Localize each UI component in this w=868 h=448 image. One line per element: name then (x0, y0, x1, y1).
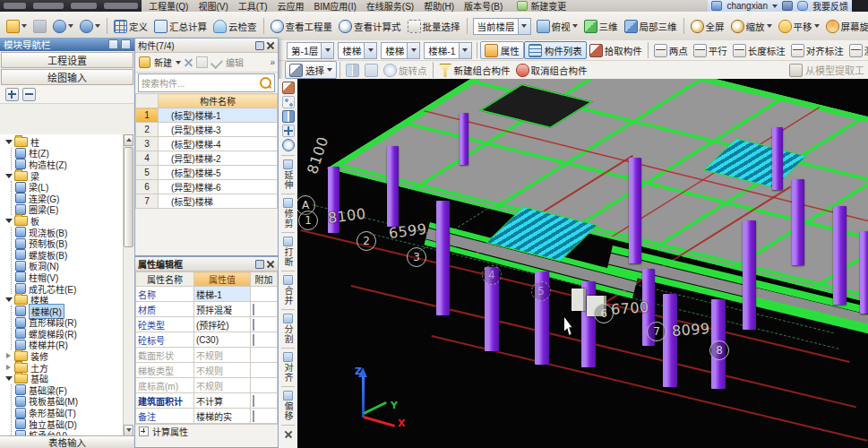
collapse-icon[interactable] (5, 139, 12, 145)
property-value[interactable]: (C30) (194, 332, 251, 348)
collapse-all-button[interactable] (22, 88, 36, 101)
align-dim-icon[interactable]: 对齐标注 (788, 42, 847, 59)
collapse-icon[interactable] (5, 297, 12, 303)
tab-table-input[interactable]: 表格输入 (0, 435, 134, 448)
delete-component-icon[interactable] (185, 58, 193, 66)
view-formula-icon[interactable]: 查看计算式 (336, 18, 404, 35)
property-value[interactable]: 不规则 (194, 378, 251, 393)
property-value[interactable]: 不规则 (194, 348, 251, 363)
summary-calc-icon[interactable]: 汇总计算 (151, 18, 210, 35)
trim-button[interactable]: 修剪 (281, 198, 295, 228)
print-icon[interactable] (782, 1, 793, 11)
component-row[interactable]: 7(标型)楼梯 (136, 194, 278, 209)
component-row[interactable]: 5(标型)楼梯-5 (136, 166, 278, 180)
user-name[interactable]: changxian (726, 1, 768, 11)
tree-folder-3[interactable]: 楼梯 (5, 294, 134, 306)
break-button[interactable]: 打断 (281, 237, 295, 267)
attach-checkbox[interactable] (253, 410, 254, 422)
menu-item-0[interactable]: 工程量(Q) (149, 0, 188, 12)
new-component-button[interactable]: 新建 (154, 56, 172, 69)
close-icon[interactable] (121, 39, 131, 49)
dropdown-楼梯[interactable]: 楼梯 (338, 42, 377, 59)
merge-button[interactable]: 合并 (281, 275, 295, 306)
menu-item-5[interactable]: 在线服务(S) (366, 0, 414, 12)
tree-folder-5[interactable]: 土方 (5, 362, 134, 374)
tree-folder-6[interactable]: 基础 (5, 373, 134, 384)
length-dim-icon[interactable]: 长度标注 (730, 42, 788, 59)
new-component-caret[interactable] (176, 61, 181, 65)
close-icon[interactable] (267, 260, 275, 268)
chevron-down-icon[interactable] (321, 43, 333, 58)
mirror-icon[interactable] (282, 110, 295, 123)
menu-item-2[interactable]: 工具(T) (238, 0, 268, 12)
rotate-point-icon[interactable]: 旋转点 (381, 62, 430, 79)
property-value[interactable]: 楼梯的实 (194, 409, 251, 424)
offset-button[interactable]: 偏移 (281, 391, 295, 421)
tree-folder-4[interactable]: 装修 (5, 350, 134, 362)
collapse-icon[interactable] (5, 218, 12, 224)
two-point-dim-icon[interactable]: 两点 (651, 42, 691, 59)
partial-3d-icon[interactable]: 局部三维 (622, 18, 680, 35)
component-name[interactable]: (标型)楼梯-4 (159, 137, 278, 151)
pan-view-icon[interactable]: 平移 (776, 18, 822, 35)
undo-icon[interactable] (50, 18, 76, 35)
property-value[interactable]: 楼梯-1 (194, 287, 251, 302)
property-value[interactable]: 不计算 (194, 393, 251, 409)
dropdown-楼梯-1[interactable]: 楼梯-1 (424, 42, 471, 59)
user-menu-caret[interactable] (772, 4, 778, 8)
attach-checkbox[interactable] (253, 334, 254, 346)
move-icon[interactable] (282, 125, 295, 137)
parallel-dim-icon[interactable]: 平行 (691, 42, 730, 59)
batch-select-icon[interactable]: 批量选择 (405, 18, 463, 35)
component-list-icon-button[interactable]: 构件列表 (524, 41, 587, 59)
screen-rotate-icon[interactable]: 屏幕旋转 (823, 18, 868, 35)
rotate-icon[interactable] (282, 139, 295, 151)
chevron-down-icon[interactable] (407, 43, 419, 58)
extend-button[interactable]: 延伸 (281, 159, 295, 190)
calc-properties-row[interactable]: 计算属性 (135, 424, 278, 438)
cloud-check-icon[interactable]: 云检查 (211, 18, 260, 35)
search-icon[interactable] (260, 77, 271, 89)
redo-icon[interactable] (77, 18, 103, 35)
new-change-button[interactable]: 新建变更 (517, 0, 566, 12)
chevron-down-icon[interactable] (518, 19, 530, 34)
component-row[interactable]: 2(异型)楼梯-3 (136, 123, 278, 137)
close-icon[interactable] (285, 431, 292, 438)
attach-checkbox[interactable] (253, 319, 254, 331)
copy-component-icon[interactable] (196, 56, 208, 68)
chevron-down-icon[interactable] (364, 43, 376, 58)
top-view-icon[interactable]: 俯视 (534, 18, 580, 35)
search-component-input[interactable]: 搜索构件... (138, 73, 275, 92)
pin-icon[interactable] (255, 260, 264, 269)
menu-item-4[interactable]: BIM应用(I) (314, 0, 357, 12)
property-value[interactable]: 预拌混凝 (194, 302, 251, 317)
save-icon[interactable] (30, 18, 49, 35)
component-name[interactable]: (标型)楼梯-5 (159, 166, 278, 180)
expand-icon[interactable] (5, 365, 12, 371)
select-cursor-icon-button[interactable]: 选择 (285, 61, 337, 79)
align-button[interactable]: 对齐 (281, 352, 295, 383)
tab-drawing-input[interactable]: 绘图输入 (1, 69, 133, 85)
component-name[interactable]: (异型)楼梯-3 (159, 123, 278, 137)
tree-folder-2[interactable]: 板 (5, 215, 134, 227)
split-button[interactable]: 分割 (281, 314, 295, 344)
fullscreen-icon[interactable]: 全屏 (688, 18, 727, 35)
feedback-label[interactable]: 我要反馈 (812, 0, 848, 12)
menu-item-6[interactable]: 帮助(H) (424, 0, 454, 12)
expand-all-button[interactable] (5, 88, 19, 101)
component-name[interactable]: (异型)楼梯-6 (159, 180, 278, 194)
property-value[interactable]: 不规则 (194, 363, 251, 378)
tree-scrollbar[interactable] (123, 134, 133, 436)
draw-icon[interactable] (282, 82, 295, 94)
cancel-combo-icon[interactable]: 取消组合构件 (513, 62, 590, 79)
dropdown-楼梯[interactable]: 楼梯 (381, 42, 420, 59)
mirror-tool-icon[interactable] (343, 62, 362, 79)
feedback-icon[interactable] (797, 1, 808, 11)
zoom-view-icon[interactable]: 缩放 (728, 18, 775, 35)
more-tools-button[interactable]: » (270, 57, 274, 67)
collapse-icon[interactable] (5, 375, 12, 382)
define-icon[interactable]: 定义 (111, 18, 150, 35)
dropdown-第-1层[interactable]: 第-1层 (287, 42, 334, 59)
new-combo-icon[interactable]: 新建组合构件 (436, 62, 513, 79)
view-quantity-icon[interactable]: 查看工程量 (268, 18, 336, 35)
